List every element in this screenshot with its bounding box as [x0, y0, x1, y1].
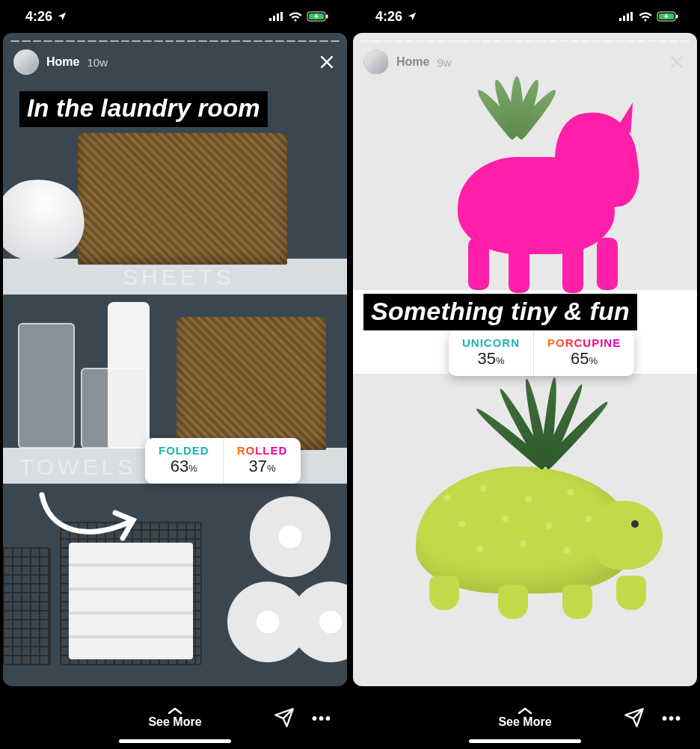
battery-icon [307, 11, 329, 22]
wifi-icon [639, 12, 652, 22]
status-icons [619, 11, 679, 22]
chevron-up-icon [167, 706, 183, 715]
shelf-label-sheets: SHEETS [123, 265, 235, 290]
svg-rect-10 [630, 12, 633, 21]
phone-right: 4:26 Home 9w [350, 0, 700, 749]
shelf-label-towels: TOWELS [19, 454, 136, 480]
story-caption: Something tiny & fun [363, 294, 637, 330]
story-progress [10, 40, 340, 42]
svg-rect-12 [676, 15, 678, 19]
wicker-basket [176, 317, 326, 450]
story-username[interactable]: Home [396, 55, 429, 69]
poll-value: 37 [248, 457, 266, 475]
poll-pct: % [496, 355, 505, 366]
status-time: 4:26 [375, 9, 402, 25]
wicker-basket [78, 133, 287, 265]
story-bottom-bar: See More ••• [0, 686, 350, 749]
send-icon[interactable] [274, 707, 295, 728]
clothes-iron [3, 173, 89, 266]
poll-label: ROLLED [237, 444, 288, 457]
status-icons [269, 11, 329, 22]
status-bar: 4:26 [0, 0, 350, 33]
wire-basket [3, 547, 51, 665]
svg-rect-9 [627, 13, 629, 21]
see-more-button[interactable]: See More [148, 706, 201, 729]
folded-towels [69, 543, 193, 659]
send-icon[interactable] [624, 707, 645, 728]
see-more-label: See More [498, 715, 551, 729]
poll-option-left[interactable]: FOLDED 63% [145, 438, 223, 484]
home-indicator[interactable] [469, 739, 581, 743]
story-header: Home 10w [13, 49, 337, 75]
story-viewport[interactable]: Home 10w SHEETS TOWELS In the laundry ro… [3, 33, 347, 686]
story-age: 9w [437, 56, 451, 69]
more-icon[interactable]: ••• [662, 710, 682, 727]
home-indicator[interactable] [119, 739, 231, 743]
arrow-icon [34, 487, 147, 555]
poll-pct: % [188, 463, 197, 474]
story-progress [360, 40, 690, 42]
story-username[interactable]: Home [46, 55, 79, 69]
story-caption: In the laundry room [19, 91, 268, 127]
close-icon[interactable] [317, 52, 337, 72]
cellular-icon [619, 12, 634, 21]
location-icon [57, 11, 67, 22]
see-more-button[interactable]: See More [498, 706, 551, 729]
poll-value: 63 [171, 457, 188, 475]
poll-pct: % [267, 463, 276, 474]
phone-left: 4:26 Home 10w [0, 0, 350, 749]
svg-rect-2 [277, 13, 279, 21]
avatar[interactable] [363, 49, 389, 75]
story-age: 10w [87, 56, 108, 69]
svg-rect-1 [273, 16, 275, 21]
glass-jar [18, 323, 75, 449]
story-viewport[interactable]: Home 9w [353, 33, 697, 686]
poll-value: 65 [571, 349, 589, 368]
poll-sticker[interactable]: UNICORN 35% PORCUPINE 65% [449, 330, 634, 376]
more-icon[interactable]: ••• [312, 710, 332, 727]
svg-rect-5 [326, 15, 328, 19]
chevron-up-icon [517, 706, 533, 715]
poll-pct: % [589, 355, 598, 366]
status-bar: 4:26 [350, 0, 700, 33]
svg-rect-3 [280, 12, 283, 21]
poll-label: UNICORN [462, 336, 520, 349]
status-time: 4:26 [25, 9, 52, 25]
poll-option-right[interactable]: ROLLED 37% [224, 438, 301, 484]
poll-option-left[interactable]: UNICORN 35% [449, 330, 533, 376]
unicorn-planter [435, 105, 652, 292]
svg-rect-8 [623, 16, 625, 21]
glass-jar [81, 368, 148, 449]
poll-sticker[interactable]: FOLDED 63% ROLLED 37% [145, 438, 301, 484]
location-icon [407, 11, 417, 22]
poll-option-right[interactable]: PORCUPINE 65% [534, 330, 634, 376]
story-bottom-bar: See More ••• [350, 686, 700, 749]
rolled-towel [250, 496, 331, 577]
wifi-icon [289, 12, 302, 22]
poll-label: FOLDED [159, 444, 209, 457]
close-icon[interactable] [667, 52, 687, 72]
story-header: Home 9w [363, 49, 687, 75]
poll-value: 35 [477, 349, 495, 368]
svg-rect-7 [619, 18, 621, 21]
rolled-towel [290, 582, 347, 662]
cellular-icon [269, 12, 284, 21]
see-more-label: See More [148, 715, 201, 729]
poll-label: PORCUPINE [547, 336, 621, 349]
svg-rect-0 [269, 18, 271, 21]
battery-icon [657, 11, 679, 22]
avatar[interactable] [13, 49, 39, 75]
